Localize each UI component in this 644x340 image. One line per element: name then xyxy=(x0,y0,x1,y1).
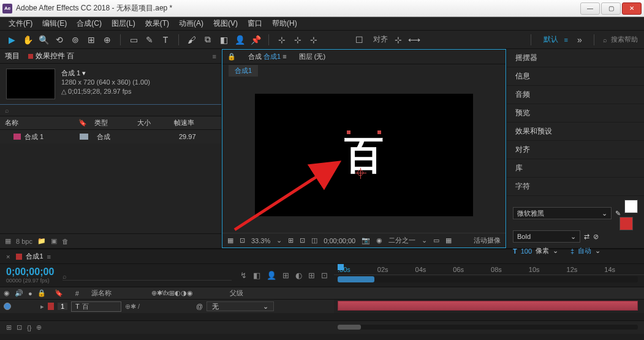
font-weight-select[interactable]: Bold⌄ xyxy=(513,230,580,243)
timeline-search[interactable]: ⌕ xyxy=(63,273,232,281)
panel-align[interactable]: 对齐 xyxy=(507,141,644,159)
view-axis-icon[interactable]: ⊹ xyxy=(308,34,319,45)
shy-icon[interactable]: 👤 xyxy=(267,271,276,280)
tab-composition[interactable]: 合成 合成1 ≡ xyxy=(248,52,287,61)
visibility-toggle[interactable] xyxy=(4,303,11,310)
panel-info[interactable]: 信息 xyxy=(507,67,644,86)
menu-composition[interactable]: 合成(C) xyxy=(72,18,107,29)
panel-menu-icon[interactable]: ≡ xyxy=(213,53,216,60)
snapshot-icon[interactable]: 📷 xyxy=(362,236,370,244)
frame-blend-icon[interactable]: ⊞ xyxy=(282,271,289,280)
zoom-tool[interactable]: 🔍 xyxy=(38,34,49,45)
fill-color-swatch[interactable] xyxy=(624,200,638,213)
bpc-button[interactable]: 8 bpc xyxy=(16,238,32,245)
expand-icon[interactable]: ▸ xyxy=(40,303,44,311)
interpret-icon[interactable]: ▦ xyxy=(5,237,11,245)
text-layer-char[interactable]: 百 xyxy=(344,128,384,181)
toggle-in-out-icon[interactable]: {} xyxy=(27,324,31,331)
toggle-alpha-icon[interactable]: ▦ xyxy=(227,236,233,244)
leading-value[interactable]: 自动 xyxy=(578,246,591,255)
mask-icon[interactable]: ◫ xyxy=(311,236,317,244)
menu-help[interactable]: 帮助(H) xyxy=(267,18,302,29)
channel-icon[interactable]: ◉ xyxy=(376,236,382,244)
trash-icon[interactable]: 🗑 xyxy=(62,238,69,245)
clone-tool[interactable]: ⧉ xyxy=(202,34,213,45)
project-search[interactable]: ⌕ xyxy=(0,104,221,116)
font-size-value[interactable]: 100 xyxy=(521,247,532,255)
work-area-bar[interactable] xyxy=(338,276,638,282)
stroke-color-swatch[interactable] xyxy=(619,217,633,230)
world-axis-icon[interactable]: ⊹ xyxy=(292,34,303,45)
visibility-col-icon[interactable]: ◉ xyxy=(4,289,10,297)
lock-col-icon[interactable]: 🔒 xyxy=(37,289,46,297)
project-item[interactable]: 合成 1 合成 29.97 xyxy=(0,130,221,143)
col-parent[interactable]: 父级 xyxy=(226,289,247,298)
panel-character[interactable]: 字符 xyxy=(507,178,644,196)
panel-menu-icon[interactable]: ≡ xyxy=(47,253,51,260)
snap-checkbox[interactable]: ☐ xyxy=(354,34,365,45)
panel-library[interactable]: 库 xyxy=(507,159,644,178)
camera-tool[interactable]: ⊞ xyxy=(86,34,97,45)
puppet-tool[interactable]: 📌 xyxy=(250,34,261,45)
parent-select[interactable]: 无⌄ xyxy=(206,301,274,311)
audio-col-icon[interactable]: 🔊 xyxy=(15,289,23,297)
label-col-icon[interactable]: 🔖 xyxy=(51,289,67,297)
new-folder-icon[interactable]: 📁 xyxy=(37,237,46,245)
active-camera[interactable]: 活动摄像 xyxy=(474,236,501,245)
hand-tool[interactable]: ✋ xyxy=(22,34,33,45)
menu-animation[interactable]: 动画(A) xyxy=(174,18,208,29)
tab-effect-controls[interactable]: 效果控件 百 xyxy=(28,51,74,61)
chevron-down-icon[interactable]: ⌄ xyxy=(422,236,427,244)
col-source-name[interactable]: 源名称 xyxy=(88,289,143,298)
composition-viewer[interactable]: 百 xyxy=(222,77,506,233)
font-family-select[interactable]: 微软雅黑⌄ xyxy=(513,207,612,219)
anchor-tool[interactable]: ⊕ xyxy=(102,34,113,45)
menu-view[interactable]: 视图(V) xyxy=(208,18,243,29)
draft3d-icon[interactable]: ◧ xyxy=(253,271,260,280)
toggle-switches-icon[interactable]: ⊞ xyxy=(6,323,12,331)
no-color-icon[interactable]: ⊘ xyxy=(593,233,599,241)
time-navigator[interactable] xyxy=(338,325,638,330)
layer-switches[interactable]: ⊕✱ / xyxy=(125,303,192,311)
graph-editor-icon[interactable]: ⊞ xyxy=(308,271,315,280)
shape-tool[interactable]: ▭ xyxy=(128,34,139,45)
col-fps[interactable]: 帧速率 xyxy=(169,118,199,127)
col-type[interactable]: 类型 xyxy=(89,118,132,127)
workspace-menu-icon[interactable]: ≡ xyxy=(564,36,568,43)
snap-icon[interactable]: ⊹ xyxy=(393,34,404,45)
panel-effects-presets[interactable]: 效果和预设 xyxy=(507,123,644,141)
new-comp-icon[interactable]: ▣ xyxy=(51,237,57,245)
chevron-down-icon[interactable]: ⌄ xyxy=(595,247,600,255)
zoom-level[interactable]: 33.3% xyxy=(251,237,270,244)
menu-file[interactable]: 文件(F) xyxy=(4,18,37,29)
item-color-label[interactable] xyxy=(80,134,88,140)
orbit-tool[interactable]: ⟲ xyxy=(54,34,65,45)
col-name[interactable]: 名称 xyxy=(0,118,74,127)
tab-layer[interactable]: 图层 (无) xyxy=(299,52,325,61)
close-tab-icon[interactable]: × xyxy=(6,253,10,260)
motion-blur-icon[interactable]: ◐ xyxy=(295,271,302,280)
canvas[interactable]: 百 xyxy=(255,94,473,216)
menu-layer[interactable]: 图层(L) xyxy=(107,18,140,29)
brush-tool[interactable]: 🖌 xyxy=(186,34,197,45)
solo-col-icon[interactable]: ● xyxy=(28,290,32,297)
composition-thumbnail[interactable] xyxy=(6,69,55,99)
col-size[interactable]: 大小 xyxy=(132,118,169,127)
layer-clip[interactable] xyxy=(338,301,638,311)
local-axis-icon[interactable]: ⊹ xyxy=(276,34,287,45)
search-help-input[interactable]: 搜索帮助 xyxy=(611,35,638,44)
lock-icon[interactable]: 🔒 xyxy=(227,53,236,61)
text-tool[interactable]: T xyxy=(160,34,171,45)
selection-handle[interactable] xyxy=(377,130,381,134)
fullres-icon[interactable]: ⊞ xyxy=(288,236,294,244)
menu-edit[interactable]: 编辑(E) xyxy=(37,18,72,29)
time-ruler[interactable]: :00s 02s 04s 06s 08s 10s 12s 14s xyxy=(334,264,644,275)
selection-handle[interactable] xyxy=(347,130,350,134)
maximize-button[interactable]: ▢ xyxy=(601,2,621,15)
snap-edge-icon[interactable]: ⟷ xyxy=(409,34,420,45)
current-time[interactable]: 0;00;00;00 xyxy=(6,266,54,278)
roto-tool[interactable]: 👤 xyxy=(234,34,245,45)
menu-window[interactable]: 窗口 xyxy=(243,18,267,29)
selection-tool[interactable]: ▶ xyxy=(6,34,17,45)
grid-icon[interactable]: ⊡ xyxy=(300,236,305,244)
